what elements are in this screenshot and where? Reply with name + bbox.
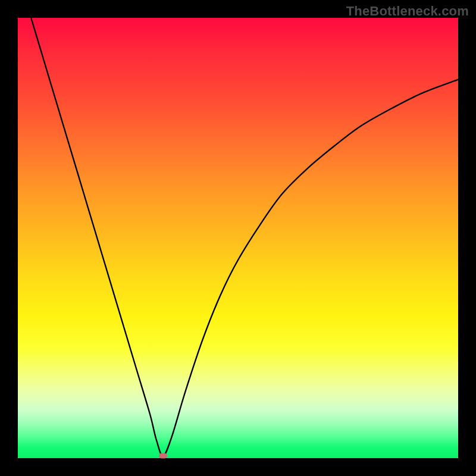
minimum-marker [159,453,167,459]
watermark-text: TheBottleneck.com [346,4,469,19]
curve-layer [18,18,458,458]
plot-area [18,18,458,458]
bottleneck-curve [31,18,458,456]
chart-frame: TheBottleneck.com [0,0,476,476]
